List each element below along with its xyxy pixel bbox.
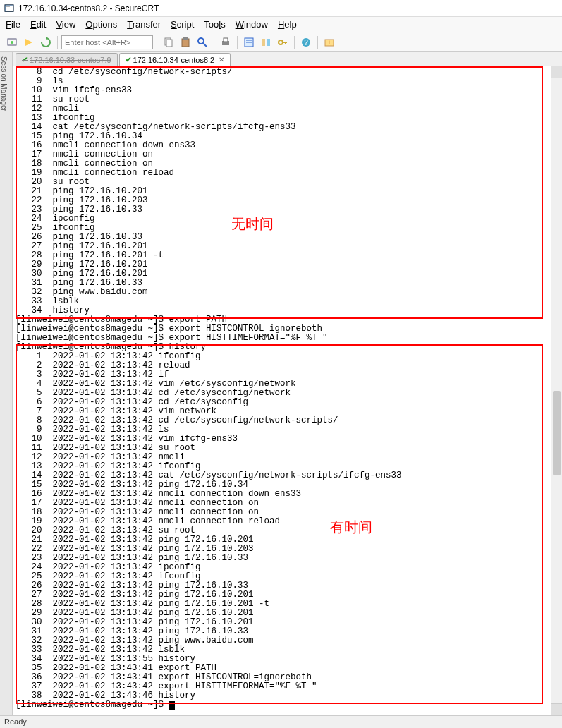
separator bbox=[214, 36, 214, 49]
session-manager-tab[interactable]: Session Manager bbox=[0, 52, 13, 715]
separator bbox=[237, 36, 238, 49]
svg-rect-12 bbox=[224, 38, 228, 42]
menu-tools[interactable]: Tools bbox=[204, 19, 225, 30]
connect-icon[interactable] bbox=[4, 35, 20, 50]
menu-options[interactable]: Options bbox=[85, 19, 117, 30]
toolbar: ? + bbox=[0, 32, 562, 52]
svg-point-9 bbox=[198, 38, 204, 44]
menu-file[interactable]: File bbox=[6, 19, 20, 30]
help-icon[interactable]: ? bbox=[298, 35, 314, 50]
separator bbox=[317, 36, 318, 49]
menu-help[interactable]: Help bbox=[278, 19, 297, 30]
menu-edit[interactable]: Edit bbox=[30, 19, 46, 30]
svg-rect-16 bbox=[262, 39, 265, 46]
quick-connect-icon[interactable] bbox=[21, 35, 37, 50]
app-icon bbox=[4, 4, 14, 13]
svg-line-10 bbox=[203, 43, 207, 47]
menu-window[interactable]: Window bbox=[236, 19, 268, 30]
separator bbox=[157, 36, 157, 49]
key-icon[interactable] bbox=[275, 35, 291, 50]
titlebar: 172.16.10.34-centos8.2 - SecureCRT bbox=[0, 0, 562, 17]
separator bbox=[294, 36, 295, 49]
svg-point-4 bbox=[11, 41, 13, 44]
cursor bbox=[169, 701, 175, 710]
svg-rect-7 bbox=[182, 39, 189, 47]
svg-text:?: ? bbox=[304, 39, 308, 47]
svg-point-18 bbox=[279, 40, 283, 44]
menu-view[interactable]: View bbox=[56, 19, 75, 30]
annotation-no-time: 无时间 bbox=[231, 214, 274, 233]
host-input[interactable] bbox=[61, 35, 153, 49]
svg-rect-8 bbox=[183, 37, 188, 40]
separator bbox=[57, 36, 58, 49]
svg-text:+: + bbox=[327, 39, 331, 46]
terminal-output[interactable]: 8 cd /etc/sysconfig/network-scripts/ 9 l… bbox=[13, 66, 562, 711]
find-icon[interactable] bbox=[195, 35, 210, 50]
svg-rect-2 bbox=[6, 6, 10, 6]
tab-centos8[interactable]: ✔172.16.10.34-centos8.2✕ bbox=[119, 53, 231, 66]
properties-icon[interactable] bbox=[241, 35, 257, 50]
menu-transfer[interactable]: Transfer bbox=[127, 19, 161, 30]
scrollbar-thumb[interactable] bbox=[553, 391, 561, 475]
menu-script[interactable]: Script bbox=[171, 19, 194, 30]
paste-icon[interactable] bbox=[178, 35, 193, 50]
print-icon[interactable] bbox=[218, 35, 233, 50]
svg-rect-17 bbox=[267, 39, 270, 46]
vertical-scrollbar[interactable] bbox=[551, 66, 562, 715]
reconnect-icon[interactable] bbox=[38, 35, 54, 50]
tab-bar: ✔172.16.10.33-centos7.9 ✔172.16.10.34-ce… bbox=[13, 52, 562, 66]
tab-centos7[interactable]: ✔172.16.10.33-centos7.9 bbox=[16, 53, 118, 66]
window-title: 172.16.10.34-centos8.2 - SecureCRT bbox=[18, 4, 159, 13]
status-bar: Ready bbox=[0, 715, 562, 728]
copy-icon[interactable] bbox=[161, 35, 176, 50]
check-icon: ✔ bbox=[22, 56, 28, 63]
options-icon[interactable] bbox=[258, 35, 274, 50]
annotation-has-time: 有时间 bbox=[330, 518, 372, 537]
menubar: File Edit View Options Transfer Script T… bbox=[0, 17, 562, 32]
close-icon[interactable]: ✕ bbox=[219, 56, 224, 63]
check-icon: ✔ bbox=[126, 56, 131, 63]
svg-rect-6 bbox=[166, 40, 172, 47]
new-tab-icon[interactable]: + bbox=[322, 35, 337, 50]
